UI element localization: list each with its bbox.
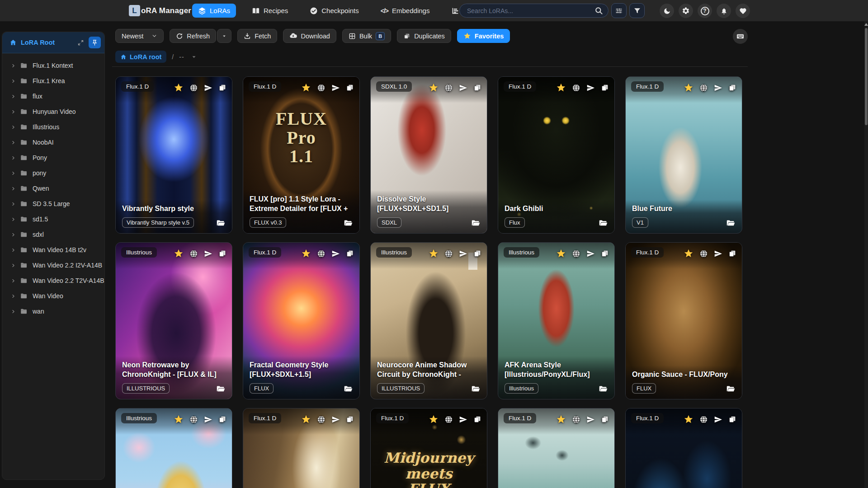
favorite-star-icon[interactable]: [684, 414, 693, 424]
scroll-up-arrow[interactable]: [864, 23, 868, 26]
search-options-button[interactable]: [611, 3, 627, 18]
sidebar-folder-item[interactable]: SD 3.5 Large: [2, 196, 104, 211]
send-icon[interactable]: [714, 415, 722, 424]
lora-card[interactable]: Illustrious Neon Retrowave by ChronoKnig…: [115, 242, 232, 399]
collapse-tree-button[interactable]: [75, 38, 86, 48]
civitai-globe-icon[interactable]: [189, 249, 198, 258]
send-icon[interactable]: [586, 84, 595, 92]
sidebar-root-row[interactable]: LoRA Root: [2, 32, 104, 53]
send-icon[interactable]: [459, 415, 467, 424]
send-icon[interactable]: [714, 249, 722, 258]
civitai-globe-icon[interactable]: [699, 84, 708, 92]
favorites-nav-button[interactable]: [736, 4, 750, 18]
copy-icon[interactable]: [601, 84, 609, 92]
bulk-button[interactable]: Bulk B: [342, 29, 391, 43]
refresh-options-button[interactable]: [217, 29, 231, 43]
sidebar-folder-item[interactable]: pony: [2, 165, 104, 181]
civitai-globe-icon[interactable]: [189, 84, 198, 92]
lora-card[interactable]: Flux.1 D Fractal Geometry Style [FLUX+SD…: [243, 242, 360, 399]
tab-embeddings[interactable]: </> Embeddings: [375, 4, 436, 18]
copy-icon[interactable]: [346, 415, 354, 423]
duplicates-button[interactable]: Duplicates: [397, 29, 451, 43]
theme-toggle-button[interactable]: [660, 4, 674, 18]
sidebar-folder-item[interactable]: Qwen: [2, 181, 104, 196]
send-icon[interactable]: [459, 249, 467, 258]
send-icon[interactable]: [586, 249, 595, 258]
tab-checkpoints[interactable]: Checkpoints: [304, 4, 365, 18]
breadcrumb-root[interactable]: LoRA root: [115, 51, 166, 63]
lora-card[interactable]: SDXL 1.0 Dissolve Style [FLUX+SDXL+SD1.5…: [370, 76, 487, 234]
copy-icon[interactable]: [473, 249, 481, 258]
favorite-star-icon[interactable]: [174, 414, 184, 424]
civitai-globe-icon[interactable]: [317, 415, 326, 424]
copy-icon[interactable]: [218, 249, 226, 258]
open-folder-icon[interactable]: [599, 384, 608, 394]
civitai-globe-icon[interactable]: [572, 415, 580, 424]
filter-button[interactable]: [629, 3, 645, 18]
open-folder-icon[interactable]: [471, 218, 481, 228]
open-folder-icon[interactable]: [344, 384, 353, 394]
send-icon[interactable]: [459, 84, 467, 92]
copy-icon[interactable]: [473, 415, 481, 423]
send-icon[interactable]: [204, 84, 212, 92]
send-icon[interactable]: [714, 84, 722, 92]
lora-card[interactable]: Illustrious Neurocore Anime Shadow Circu…: [370, 242, 487, 399]
sidebar-folder-item[interactable]: Wan Video 14B t2v: [2, 242, 104, 258]
keyboard-shortcuts-button[interactable]: [733, 29, 748, 44]
civitai-globe-icon[interactable]: [572, 84, 580, 92]
open-folder-icon[interactable]: [726, 384, 736, 394]
fetch-button[interactable]: Fetch: [237, 29, 277, 43]
open-folder-icon[interactable]: [216, 384, 226, 394]
send-icon[interactable]: [204, 415, 212, 424]
page-scrollbar[interactable]: [864, 21, 868, 488]
favorite-star-icon[interactable]: [174, 83, 184, 93]
sidebar-folder-item[interactable]: Illustrious: [2, 119, 104, 135]
tab-recipes[interactable]: Recipes: [246, 4, 294, 18]
sort-select[interactable]: Newest: [115, 29, 164, 43]
sidebar-folder-item[interactable]: Wan Video: [2, 288, 104, 304]
refresh-button[interactable]: Refresh: [170, 29, 216, 43]
pin-sidebar-button[interactable]: [89, 37, 101, 48]
send-icon[interactable]: [331, 84, 340, 92]
lora-card[interactable]: Illustrious: [115, 408, 232, 488]
open-folder-icon[interactable]: [726, 218, 736, 228]
civitai-globe-icon[interactable]: [699, 415, 708, 424]
sidebar-folder-item[interactable]: NoobAI: [2, 135, 104, 150]
breadcrumb-dropdown-caret[interactable]: [190, 53, 198, 61]
lora-card[interactable]: Flux.1 D Vibrantly Sharp style Vibrantly…: [115, 76, 232, 234]
civitai-globe-icon[interactable]: [444, 415, 453, 424]
search-input[interactable]: [459, 4, 609, 18]
open-folder-icon[interactable]: [599, 218, 608, 228]
favorite-star-icon[interactable]: [174, 249, 184, 258]
tab-loras[interactable]: LoRAs: [192, 4, 236, 18]
copy-icon[interactable]: [728, 415, 736, 423]
favorite-star-icon[interactable]: [429, 249, 439, 258]
favorite-star-icon[interactable]: [429, 414, 439, 424]
copy-icon[interactable]: [601, 249, 609, 258]
civitai-globe-icon[interactable]: [444, 84, 453, 92]
lora-card[interactable]: Flux.1 D: [498, 408, 615, 488]
sidebar-folder-item[interactable]: wan: [2, 304, 104, 319]
copy-icon[interactable]: [473, 84, 481, 92]
favorite-star-icon[interactable]: [429, 83, 439, 93]
sidebar-folder-item[interactable]: Flux.1 Kontext: [2, 58, 104, 73]
open-folder-icon[interactable]: [216, 218, 226, 228]
copy-icon[interactable]: [218, 84, 226, 92]
favorite-star-icon[interactable]: [301, 414, 311, 424]
send-icon[interactable]: [331, 249, 340, 258]
favorite-star-icon[interactable]: [556, 414, 566, 424]
sidebar-folder-item[interactable]: flux: [2, 89, 104, 104]
sidebar-folder-item[interactable]: Pony: [2, 150, 104, 165]
open-folder-icon[interactable]: [344, 218, 353, 228]
civitai-globe-icon[interactable]: [317, 84, 326, 92]
lora-card[interactable]: Illustrious AFK Arena Style [Illustrious…: [498, 242, 615, 399]
copy-icon[interactable]: [346, 84, 354, 92]
favorite-star-icon[interactable]: [301, 83, 311, 93]
civitai-globe-icon[interactable]: [189, 415, 198, 424]
favorites-filter-button[interactable]: Favorites: [457, 29, 510, 43]
copy-icon[interactable]: [601, 415, 609, 423]
open-folder-icon[interactable]: [471, 384, 481, 394]
send-icon[interactable]: [586, 415, 595, 424]
scrollbar-thumb[interactable]: [865, 28, 868, 125]
lora-card[interactable]: Flux.1 D: [625, 408, 742, 488]
